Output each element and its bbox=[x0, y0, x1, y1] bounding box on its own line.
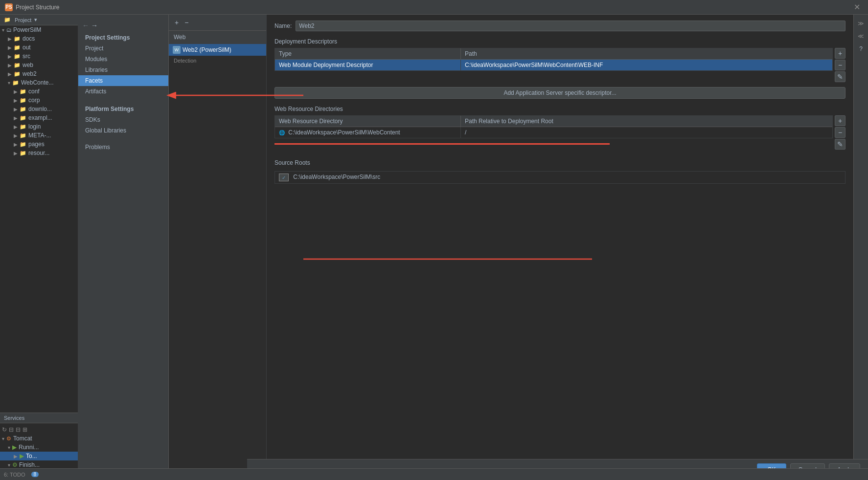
deployment-descriptors-title: Deployment Descriptors bbox=[274, 38, 845, 45]
remove-descriptor-button[interactable]: − bbox=[835, 60, 845, 70]
edge-collapse-button[interactable]: ≪ bbox=[856, 31, 866, 41]
edit-webres-button[interactable]: ✎ bbox=[835, 139, 845, 150]
tree-item-docs[interactable]: ▶ 📁 docs bbox=[0, 34, 78, 43]
tree-remove-button[interactable]: − bbox=[183, 18, 190, 27]
folder-icon: 📁 bbox=[4, 17, 11, 23]
nav-item-artifacts[interactable]: Artifacts bbox=[78, 86, 168, 97]
web-module-icon: W bbox=[173, 46, 181, 54]
checkbox-src[interactable]: ✓ bbox=[279, 174, 289, 181]
cell-relpath: / bbox=[461, 127, 832, 138]
expand-icon[interactable]: ⊟ bbox=[16, 426, 21, 433]
nav-item-project[interactable]: Project bbox=[78, 43, 168, 54]
notification-badge[interactable]: 8 bbox=[31, 472, 39, 477]
right-edge-panel: ≫ ≪ ? bbox=[853, 15, 868, 480]
tree-toolbar: + − bbox=[169, 15, 266, 31]
project-settings-title: Project Settings bbox=[78, 31, 168, 43]
edge-help-button[interactable]: ? bbox=[856, 44, 866, 54]
services-to-selected[interactable]: ▶ ▶ To... bbox=[0, 452, 78, 460]
tree-item-resour[interactable]: ▶ 📁 resour... bbox=[0, 149, 78, 157]
cell-path: C:\ideaWorkspace\PowerSilM\WebContent\WE… bbox=[461, 60, 832, 70]
services-header[interactable]: Services bbox=[0, 413, 78, 423]
nav-item-problems[interactable]: Problems bbox=[78, 142, 168, 153]
tree-item-examp[interactable]: ▶ 📁 exampl... bbox=[0, 113, 78, 122]
ide-tree: ▾ 🗂 PowerSilM ▶ 📁 docs ▶ 📁 out ▶ 📁 src ▶ bbox=[0, 25, 78, 413]
services-label: Services bbox=[4, 415, 24, 421]
cell-webdir: 🌐 C:\ideaWorkspace\PowerSilM\WebContent bbox=[275, 127, 461, 138]
web-resource-row[interactable]: 🌐 C:\ideaWorkspace\PowerSilM\WebContent … bbox=[275, 127, 832, 138]
tree-item-conf[interactable]: ▶ 📁 conf bbox=[0, 87, 78, 96]
web-resource-side-buttons: + − ✎ bbox=[835, 115, 845, 150]
tree-item-web2[interactable]: W Web2 (PowerSilM) bbox=[169, 44, 266, 56]
tree-item-web[interactable]: ▶ 📁 web bbox=[0, 61, 78, 69]
tree-item-web2[interactable]: ▶ 📁 web2 bbox=[0, 69, 78, 78]
nav-item-modules[interactable]: Modules bbox=[78, 54, 168, 65]
source-roots-title: Source Roots bbox=[274, 159, 845, 166]
collapse-icon[interactable]: ⊟ bbox=[9, 426, 14, 433]
title-bar-text: Project Structure bbox=[16, 4, 59, 11]
deployment-table: Type Path Web Module Deployment Descript… bbox=[274, 48, 833, 71]
run-sub-icon: ▶ bbox=[20, 453, 24, 459]
tree-section-web: Web bbox=[169, 31, 266, 44]
header-relpath: Path Relative to Deployment Root bbox=[461, 116, 832, 127]
platform-settings-title: Platform Settings bbox=[78, 103, 168, 114]
dialog-nav: ← → Project Settings Project Modules Lib… bbox=[78, 15, 169, 480]
name-input[interactable] bbox=[296, 21, 845, 31]
project-label: Project bbox=[15, 17, 31, 23]
status-bar: 6: TODO 8 bbox=[0, 468, 868, 480]
title-bar: PS Project Structure ✕ bbox=[0, 0, 868, 15]
nav-item-facets[interactable]: Facets bbox=[78, 75, 168, 86]
table-row[interactable]: Web Module Deployment Descriptor C:\idea… bbox=[275, 60, 832, 70]
header-webdir: Web Resource Directory bbox=[275, 116, 461, 127]
dialog-content: Name: Deployment Descriptors Type Path bbox=[267, 15, 853, 480]
name-label: Name: bbox=[274, 22, 292, 29]
edit-descriptor-button[interactable]: ✎ bbox=[835, 71, 845, 82]
refresh-icon[interactable]: ↻ bbox=[2, 426, 7, 433]
todo-label[interactable]: 6: TODO bbox=[4, 472, 25, 478]
tree-item-root[interactable]: ▾ 🗂 PowerSilM bbox=[0, 25, 78, 34]
tree-item-login[interactable]: ▶ 📁 login bbox=[0, 122, 78, 131]
grid-icon[interactable]: ⊞ bbox=[23, 426, 27, 433]
nav-item-libraries[interactable]: Libraries bbox=[78, 65, 168, 75]
table-header: Type Path bbox=[275, 48, 832, 60]
webdir-icon: 🌐 bbox=[279, 130, 285, 135]
deployment-table-container: Type Path Web Module Deployment Descript… bbox=[274, 48, 845, 82]
cell-source-root: ✓ C:\ideaWorkspace\PowerSilM\src bbox=[275, 172, 384, 183]
project-header[interactable]: 📁 Project ▾ bbox=[0, 15, 78, 25]
forward-button[interactable]: → bbox=[91, 22, 98, 29]
edge-expand-button[interactable]: ≫ bbox=[856, 19, 866, 28]
tree-item-out[interactable]: ▶ 📁 out bbox=[0, 43, 78, 52]
nav-arrows: ← → bbox=[78, 20, 168, 31]
tomcat-icon: ⚙ bbox=[6, 436, 11, 442]
tree-add-button[interactable]: + bbox=[173, 18, 181, 27]
services-running[interactable]: ▾ ▶ Runni... bbox=[0, 443, 78, 452]
tree-item-corp[interactable]: ▶ 📁 corp bbox=[0, 96, 78, 105]
add-app-server-button[interactable]: Add Application Server specific descript… bbox=[274, 87, 845, 99]
deployment-side-buttons: + − ✎ bbox=[835, 48, 845, 82]
services-tomcat[interactable]: ▾ ⚙ Tomcat bbox=[0, 434, 78, 443]
app-icon: PS bbox=[5, 3, 13, 11]
web-resource-header: Web Resource Directory Path Relative to … bbox=[275, 116, 832, 127]
web-resource-title: Web Resource Directories bbox=[274, 106, 845, 112]
header-type: Type bbox=[275, 48, 461, 59]
source-root-row[interactable]: ✓ C:\ideaWorkspace\PowerSilM\src bbox=[275, 172, 845, 183]
source-roots-table: ✓ C:\ideaWorkspace\PowerSilM\src bbox=[274, 171, 845, 184]
finish-icon: ⚙ bbox=[12, 461, 18, 468]
add-descriptor-button[interactable]: + bbox=[835, 48, 845, 59]
tree-item-pages[interactable]: ▶ 📁 pages bbox=[0, 140, 78, 149]
ide-sidebar: 📁 Project ▾ ▾ 🗂 PowerSilM ▶ 📁 docs ▶ 📁 o… bbox=[0, 15, 78, 480]
remove-webres-button[interactable]: − bbox=[835, 127, 845, 138]
header-path: Path bbox=[461, 48, 832, 59]
nav-item-sdks[interactable]: SDKs bbox=[78, 114, 168, 125]
tree-item-downlo[interactable]: ▶ 📁 downlo... bbox=[0, 105, 78, 113]
name-row: Name: bbox=[274, 21, 845, 31]
tree-item-src[interactable]: ▶ 📁 src bbox=[0, 52, 78, 61]
tree-item-meta[interactable]: ▶ 📁 META-... bbox=[0, 131, 78, 140]
tree-item-webconte[interactable]: ▾ 📁 WebConte... bbox=[0, 78, 78, 87]
web-resource-table: Web Resource Directory Path Relative to … bbox=[274, 115, 833, 138]
run-icon: ▶ bbox=[12, 444, 17, 451]
nav-item-global-libraries[interactable]: Global Libraries bbox=[78, 125, 168, 136]
back-button[interactable]: ← bbox=[82, 22, 89, 29]
dropdown-icon[interactable]: ▾ bbox=[34, 17, 37, 23]
add-webres-button[interactable]: + bbox=[835, 115, 845, 126]
close-button[interactable]: ✕ bbox=[851, 2, 863, 12]
